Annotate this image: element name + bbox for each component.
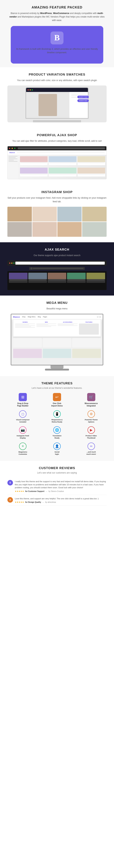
drag-drop-label: Drag & DropPage Builder — [17, 402, 28, 407]
search-top-bar — [7, 260, 107, 266]
instagram-section: INSTAGRAM SHOP Sell your products over y… — [0, 185, 114, 242]
mm-product-3 — [72, 338, 101, 347]
mm-col-1: WOMEN — [15, 321, 35, 335]
result-5 — [86, 273, 105, 283]
search-mock — [7, 260, 107, 290]
social-login-label: Sociallogin — [54, 451, 60, 455]
ajax-search-description: Our theme supports ajax product instant … — [7, 254, 107, 257]
feature-one-click: ↩ One ClickImport Demo — [42, 393, 72, 407]
mm-dropdown: WOMEN MEN ACCESSORIES — [13, 319, 101, 337]
ajax-search-section: AJAX SEARCH Our theme supports ajax prod… — [0, 242, 114, 296]
shop-brand: Biance — [9, 152, 15, 153]
bootstrap-description: Its framework is built with Bootstrap 3,… — [15, 48, 99, 54]
mm-line-5 — [15, 327, 35, 328]
monitor-stand — [45, 369, 69, 371]
mm-nav-item-3: Blog — [38, 316, 41, 318]
product-card-5 — [48, 167, 76, 177]
feature-packed-section: AMAZING FEATURE PACKED Biance is powered… — [0, 0, 114, 67]
mm-product-row — [13, 338, 101, 347]
feature-responsive: 📱 Responsive &Retina Ready — [42, 410, 72, 423]
shop-sidebar — [7, 155, 19, 179]
sidebar-line5 — [8, 161, 18, 162]
shop-navbar — [7, 146, 107, 150]
search-url-bar — [15, 261, 105, 265]
mm-line-3 — [15, 326, 35, 326]
feature-visual-composer: ◻ Visual ComposerIncluded — [7, 410, 38, 423]
swatches-description: You can swatch product with color, size … — [7, 79, 107, 82]
swatches-section: PRODUCT VARIATION SWATCHES You can swatc… — [0, 67, 114, 128]
one-click-label: One ClickImport Demo — [51, 402, 63, 407]
visual-composer-label: Visual ComposerIncluded — [16, 419, 30, 423]
mm-search-icon — [97, 316, 98, 318]
feature-drag-drop: ⊞ Drag & DropPage Builder — [7, 393, 38, 407]
review-item-1: S I really love this theme and the suppo… — [7, 478, 107, 495]
mm-col-title-3: ACCESSORIES — [58, 321, 77, 323]
features-row-1: ⊞ Drag & DropPage Builder ↩ One ClickImp… — [7, 393, 107, 407]
window-minimize-dot — [30, 89, 31, 90]
mm-line-11 — [58, 324, 74, 325]
social-login-icon: 👤 — [53, 442, 61, 450]
review-text-1: I really love this theme and the support… — [15, 480, 107, 489]
responsive-icon: 📱 — [53, 410, 61, 418]
insta-photo-3 — [58, 207, 82, 221]
mm-col-title-1: WOMEN — [15, 321, 35, 323]
ajax-shop-title: POWERFUL AJAX SHOP — [7, 133, 107, 137]
theme-features-section: THEME FEATURES Let's have a look at our … — [0, 376, 114, 461]
ajax-shop-demo: Biance — [7, 146, 107, 179]
laptop-body: Swatch Color Swatch Size — [25, 87, 89, 119]
theme-options-label: Powerful ThemeOptions — [85, 419, 98, 423]
laptop-screen-content: Swatch Color Swatch Size — [26, 92, 88, 118]
insta-photo-4 — [82, 207, 107, 221]
mm-line-9 — [37, 326, 51, 327]
theme-features-subtitle: Let's have a look at our theme's wonderf… — [7, 387, 107, 389]
instagram-title: INSTAGRAM SHOP — [7, 190, 107, 194]
mm-product-4 — [13, 349, 42, 358]
ajax-search-demo — [7, 260, 107, 290]
instagram-feed-label: Instagram FeedDisplay — [17, 435, 29, 439]
product-card-1 — [20, 156, 48, 165]
review-content-1: I really love this theme and the support… — [15, 480, 107, 493]
swatch-size-pill: Swatch Size — [77, 99, 89, 102]
responsive-label: Responsive &Retina Ready — [51, 419, 63, 423]
shop-nav-bar — [17, 152, 105, 153]
customer-reviews-section: CUSTOMER REVIEWS Let's see what our cust… — [0, 461, 114, 511]
more-features-icon: ∞ — [88, 442, 95, 450]
feature-woocommerce: 🛒 WoocommerceIntegrated — [76, 393, 107, 407]
sidebar-line3 — [8, 158, 18, 159]
sidebar-line2 — [8, 157, 16, 158]
result-4 — [67, 273, 86, 283]
search-input-bar — [29, 267, 85, 270]
search-results-grid — [7, 271, 107, 284]
mm-line-7 — [37, 324, 48, 325]
window-maximize-dot — [32, 89, 33, 90]
shop-products-grid — [19, 155, 107, 179]
product-card-4 — [20, 167, 48, 177]
insta-photo-8 — [82, 222, 107, 237]
swatches-demo-area: Swatch Color Swatch Size — [7, 86, 107, 122]
address-bar — [18, 147, 105, 149]
nav-dot-min — [12, 148, 13, 149]
instagram-description: Sell your products over your instagram f… — [7, 196, 107, 203]
insta-photo-7 — [58, 222, 82, 237]
window-close-dot — [28, 89, 29, 90]
feature-megamenu: ≡ MegamenuCustomize — [7, 442, 38, 455]
shop-header: Biance — [7, 150, 107, 155]
result-3 — [48, 273, 66, 283]
mm-product-6 — [72, 349, 101, 358]
feature-packed-title: AMAZING FEATURE PACKED — [7, 5, 107, 9]
review-author-1: by Steren-Creative — [48, 490, 64, 492]
search-dot-min — [11, 262, 13, 264]
product-card-6 — [77, 167, 105, 177]
video-thumbnail-label: Product VideoThumbnail — [86, 435, 97, 439]
search-text-placeholder — [33, 268, 83, 269]
monitor-container: Biance Shop Mega Menu Blog Pages WOMEN — [11, 314, 103, 371]
swatch-line1 — [71, 94, 86, 95]
mm-product-1 — [13, 338, 42, 347]
features-row-4: ≡ MegamenuCustomize 👤 Sociallogin ∞ ...a… — [7, 442, 107, 455]
megamenu-customize-icon: ≡ — [19, 442, 26, 450]
monitor-neck — [50, 365, 64, 369]
mm-col-2: MEN — [37, 321, 56, 335]
review-meta-1: ★★★★★ for Customer Support — by Steren-C… — [15, 490, 107, 493]
mm-col-4: FEATURED — [79, 321, 99, 335]
result-1 — [9, 273, 28, 283]
